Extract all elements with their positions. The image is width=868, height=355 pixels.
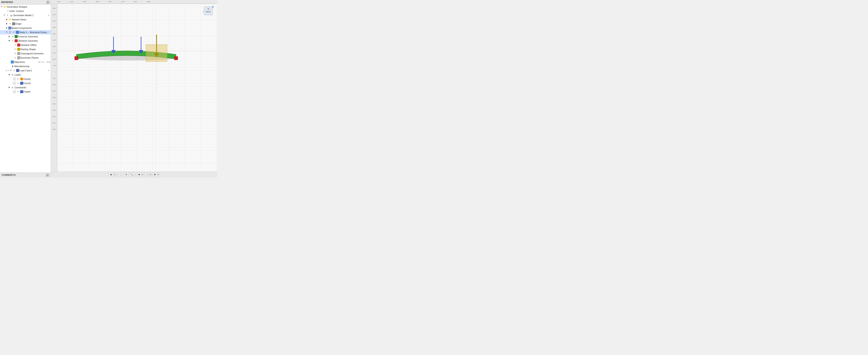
comments-close-btn[interactable]: × [46,174,49,177]
unassigned-icon [17,52,20,55]
tree-arrow-loads[interactable] [8,73,10,76]
fixed4-checkbox[interactable] [13,90,16,93]
tree-item-named-views[interactable]: 📁 Named Views [0,18,51,22]
tree-arrow-constraints[interactable] [8,86,10,89]
eye-icon-gravity[interactable]: 👁 [16,77,20,81]
box-select-icon: ⬚ [120,173,122,176]
svg-rect-90 [174,57,178,60]
eye-icon-obstacle-offset[interactable]: 👁 [13,43,17,47]
tree-label-origin: Origin [15,23,50,25]
orbit-btn[interactable]: ↻ [124,172,128,177]
tree-item-force3[interactable]: 👁 Force3 [0,81,51,85]
tree-arrow-loadcase1[interactable] [9,69,12,72]
tree-arrow-gen-model[interactable] [3,14,5,17]
fixed4-icon [20,90,23,93]
tree-item-manufacturing[interactable]: ⚙ Manufacturing [0,64,51,68]
tree-item-origin[interactable]: 👁 Origin [0,22,51,26]
origin-icon [12,22,15,25]
tree-arrow-preserve[interactable] [8,35,10,38]
eye-icon-starting-shape[interactable]: 👁 [13,48,17,51]
tree-item-gravity[interactable]: 👁 Gravity [0,77,51,81]
eye-icon-gen-model[interactable]: 👁 [6,13,9,17]
tree-item-symmetry[interactable]: 👁 Symmetry Planes [0,56,51,60]
display-arrow-icon: ▼ [150,174,151,175]
tree-item-obstacle[interactable]: 👁 Obstacle Geometry [0,39,51,43]
tree-arrow-model-comp[interactable] [5,27,8,29]
view-arrow-btn[interactable]: ▼ [142,172,144,177]
svg-text:3000: 3000 [53,33,56,34]
tree-item-preserve[interactable]: 👁 Preserve Geometry [0,34,51,39]
tree-arrow-origin[interactable] [5,23,8,25]
study-icon [16,31,19,34]
svg-text:3500: 3500 [53,27,56,28]
tree-arrow-obstacle[interactable] [8,39,10,42]
force3-checkbox[interactable] [13,82,16,85]
snap-tool-btn[interactable]: ⊕ [108,172,113,177]
constraints-icon: ≡ [11,86,14,89]
svg-text:-1000: -1000 [52,84,56,85]
tree-item-constraints[interactable]: ≡ Constraints [0,85,51,90]
view-btn[interactable]: 👁 [137,172,142,177]
tree-item-gen-model[interactable]: 👁 🗂 Generative Model 1 ℹ [0,13,51,18]
tree-label-loads: Loads [14,73,50,76]
tree-arrow-generative-designs[interactable] [0,5,3,8]
tree-item-obstacle-offset[interactable]: 👁 Obstacle Offset [0,43,51,47]
sidebar-tree[interactable]: 📁 Generative Designs 📄 Units: Custom 👁 🗂 [0,5,51,172]
main-layout: BROWSER × 📁 Generative Designs 📄 Units: … [0,0,217,177]
eye-icon-unassigned[interactable]: 👁 [13,52,17,55]
loadcase1-icon [16,69,19,72]
svg-text:-4000: -4000 [52,122,56,124]
display-icon: ⬜ [146,173,149,176]
info-icon-gen-model: ℹ [46,13,50,17]
eye-icon-loadcase1[interactable]: 👁 [12,69,16,72]
eye-icon-obstacle[interactable]: 👁 [11,39,14,42]
display-btn[interactable]: ⬜ [145,172,149,177]
eye-icon-force3[interactable]: 👁 [16,82,20,85]
svg-text:-2000: -2000 [52,97,56,98]
tree-arrow-study[interactable] [5,31,8,34]
preserve-icon [14,35,18,38]
exclaim-icon: ❗ [8,31,12,34]
gravity-checkbox[interactable] [13,78,16,80]
tree-item-generative-designs[interactable]: 📁 Generative Designs [0,5,51,9]
tree-item-study[interactable]: ❗ 👁 Study 1 – Structural Comp... [0,30,51,34]
tree-label-symmetry: Symmetry Planes [20,57,50,59]
browser-close-btn[interactable]: × [46,1,50,4]
tree-label-preserve: Preserve Geometry [18,35,50,38]
tree-label-starting-shape: Starting Shape [20,48,50,51]
tree-label-units: Units: Custom [9,10,50,12]
display-arrow-btn[interactable]: ▼ [150,172,152,177]
tree-item-starting-shape[interactable]: 👁 Starting Shape [0,47,51,51]
sidebar-header: BROWSER × [0,0,51,5]
tree-label-fixed4: Fixed4 [23,90,50,93]
eye-icon-origin[interactable]: 👁 [8,22,12,26]
tree-label-obstacle-offset: Obstacle Offset [20,44,50,46]
tree-item-model-comp[interactable]: Model Components [0,26,51,30]
view-tool-group: 👁 ▼ [137,172,144,177]
eye-icon-preserve[interactable]: 👁 [11,35,14,38]
tree-item-loadcase1[interactable]: ⚙ 👁 👁 Load Case1 ℹ [0,68,51,72]
tree-arrow-named-views[interactable] [5,18,8,21]
tree-item-loads[interactable]: ≡ Loads [0,72,51,77]
tree-item-units[interactable]: 📄 Units: Custom [0,9,51,13]
svg-text:Z: Z [212,6,214,8]
snap-arrow-btn[interactable]: ▼ [114,172,116,177]
ruler-left: 5000 4500 4000 3500 [51,4,57,172]
eye-icon-study[interactable]: 👁 [12,31,16,34]
eye-icon-symmetry[interactable]: 👁 [13,56,17,59]
viewport-grid-svg [57,4,217,172]
tree-label-model-comp: Model Components [11,27,50,29]
settings-arrow-btn[interactable]: ▼ [157,172,159,177]
box-select-btn[interactable]: ⬚ [118,172,123,177]
svg-text:5000: 5000 [53,8,56,9]
obstacle-offset-icon [17,43,20,47]
svg-text:-500: -500 [53,78,56,79]
tree-item-fixed4[interactable]: 👁 Fixed4 [0,90,51,94]
eye-icon-fixed4[interactable]: 👁 [16,90,20,93]
tree-item-objectives[interactable]: Objectives ⊞ ✎ ⊟ ↑ ↓ ⊕ ⊠ [0,60,51,64]
settings-btn[interactable]: ⚙ [153,172,157,177]
zoom-btn[interactable]: 🔍 [129,172,134,177]
tree-item-unassigned[interactable]: 👁 Unassigned Geometry [0,51,51,56]
viewport[interactable]: X BACK Z X [57,4,217,172]
objectives-toolbar-icons: ⊞ ✎ ⊟ ↑ ↓ ⊕ ⊠ [38,61,50,63]
